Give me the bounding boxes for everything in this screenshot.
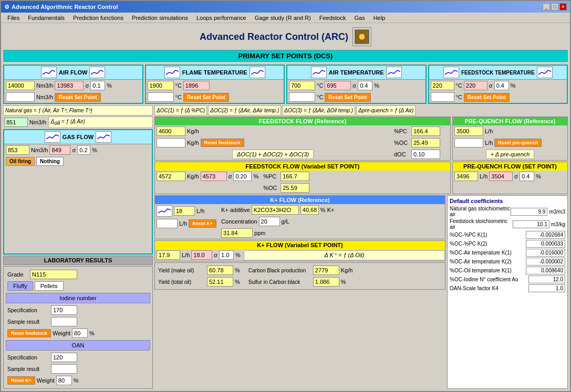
grade-input[interactable] <box>30 270 77 279</box>
kplus-additive-input[interactable] <box>252 205 299 215</box>
prequench-ref-setpoint[interactable] <box>454 126 483 136</box>
coeff-input-3[interactable] <box>526 240 565 248</box>
coeff-input-4[interactable] <box>526 249 565 257</box>
iodine-sample-input[interactable] <box>51 317 77 326</box>
oan-spec-input[interactable] <box>51 353 77 362</box>
sulfur-value[interactable] <box>313 277 339 287</box>
coeff-input-8[interactable] <box>528 284 565 292</box>
gas-flow-chart-icon[interactable] <box>45 131 60 143</box>
gas-flow-sigma[interactable] <box>77 145 90 155</box>
menu-files[interactable]: Files <box>3 14 24 22</box>
lab-reset-feedstock-btn[interactable]: Reset feedstock <box>7 329 51 337</box>
air-flow-setpoint[interactable] <box>6 81 35 90</box>
flame-temp-actual[interactable] <box>183 81 210 90</box>
minimize-button[interactable]: _ <box>543 3 550 10</box>
gas-flow-actual[interactable] <box>49 145 70 155</box>
feedstock-temp-actual[interactable] <box>464 81 487 90</box>
prequench-var-setpoint[interactable] <box>454 172 478 181</box>
feedstock-ref-secondary[interactable] <box>157 138 185 147</box>
total-oil-value[interactable] <box>207 277 233 287</box>
oil-firing-btn[interactable]: Oil firing <box>6 157 35 166</box>
iodine-spec-input[interactable] <box>51 305 77 315</box>
coeff-input-2[interactable] <box>526 231 565 239</box>
kplus-ref-setpoint[interactable] <box>174 206 195 216</box>
pc-value-input[interactable] <box>411 126 440 136</box>
nothing-btn[interactable]: Nothing <box>36 157 64 166</box>
feedstock-ref-reset-btn[interactable]: Reset feedstock <box>201 139 244 147</box>
menu-fundamentals[interactable]: Fundamentals <box>24 14 69 22</box>
air-temp-setpoint[interactable] <box>289 81 315 90</box>
feedstock-var-actual[interactable] <box>201 172 227 181</box>
feedstock-var-pc-input[interactable] <box>281 172 309 181</box>
gas-flow-setpoint[interactable] <box>6 145 29 155</box>
air-temp-sigma[interactable] <box>358 81 372 90</box>
kplus-var-setpoint[interactable] <box>157 250 180 260</box>
flame-temp-setpoint[interactable] <box>148 81 174 90</box>
coeff-input-7[interactable] <box>528 276 565 283</box>
menu-prediction-simulations[interactable]: Prediction simulations <box>128 14 192 22</box>
flame-temp-secondary[interactable] <box>148 92 174 102</box>
cb-prod-value[interactable] <box>313 266 339 275</box>
feedstock-temp-setpoint[interactable] <box>431 81 454 90</box>
air-temp-chart-icon[interactable] <box>311 67 327 78</box>
prequench-reset-btn[interactable]: Reset pre-quench <box>494 139 542 147</box>
air-temp-chart-icon2[interactable] <box>386 67 402 78</box>
coeff-input-0[interactable] <box>511 208 547 216</box>
kplus-var-sigma[interactable] <box>219 250 234 260</box>
maximize-button[interactable]: □ <box>551 3 558 10</box>
pellets-button[interactable]: Pellets <box>35 281 64 291</box>
air-temp-reset-btn[interactable]: Reset Set Point <box>325 93 370 102</box>
prequench-var-sigma[interactable] <box>520 172 534 181</box>
menu-help[interactable]: Help <box>369 14 390 22</box>
air-flow-actual[interactable] <box>55 81 84 90</box>
feedstock-var-setpoint[interactable] <box>157 172 185 181</box>
gas-value-input[interactable] <box>4 118 28 127</box>
kplus-ref-chart-icon[interactable] <box>157 205 172 217</box>
menu-gage-study[interactable]: Gage study (R and R) <box>251 14 315 22</box>
feedstock-temp-sigma[interactable] <box>494 81 509 90</box>
iodine-number-btn[interactable]: Iodine number <box>6 293 150 303</box>
feedstock-ref-setpoint[interactable] <box>157 126 185 136</box>
flame-temp-reset-btn[interactable]: Reset Set Point <box>183 93 229 102</box>
air-flow-chart-icon[interactable] <box>41 67 57 78</box>
kplus-ref-secondary[interactable] <box>157 219 178 228</box>
kplus-conc-input[interactable] <box>259 217 280 226</box>
kplus-reset-btn[interactable]: Reset K+ <box>189 219 216 228</box>
menu-prediction-functions[interactable]: Prediction functions <box>69 14 128 22</box>
feedstock-temp-secondary[interactable] <box>431 92 454 102</box>
doc-value-input[interactable] <box>411 150 440 159</box>
make-oil-value[interactable] <box>207 266 233 275</box>
kplus-ppm-value[interactable] <box>221 228 253 238</box>
feedstock-temp-reset-btn[interactable]: Reset Set Point <box>464 93 510 102</box>
prequench-var-actual[interactable] <box>489 172 513 181</box>
air-flow-reset-btn[interactable]: Reset Set Point <box>55 93 100 102</box>
oan-btn[interactable]: OAN <box>6 340 150 351</box>
gas-flow-chart-icon2[interactable] <box>96 131 111 143</box>
coeff-input-6[interactable] <box>526 267 565 274</box>
kplus-additive-pct[interactable] <box>300 205 319 215</box>
feedstock-temp-chart-icon2[interactable] <box>537 67 553 78</box>
air-temp-secondary[interactable] <box>289 92 315 102</box>
coeff-input-1[interactable] <box>513 220 549 228</box>
feedstock-var-sigma[interactable] <box>233 172 252 181</box>
iodine-weight-input[interactable] <box>72 329 88 338</box>
kplus-var-actual[interactable] <box>191 250 212 260</box>
air-flow-chart-icon2[interactable] <box>89 67 105 78</box>
oan-reset-btn[interactable]: Reset K+ <box>7 376 35 385</box>
flame-chart-icon[interactable] <box>164 67 180 78</box>
menu-loops-performance[interactable]: Loops performance <box>192 14 251 22</box>
feedstock-var-oc-input[interactable] <box>281 183 309 193</box>
menu-gas[interactable]: Gas <box>350 14 369 22</box>
oan-weight-input[interactable] <box>56 376 72 385</box>
oan-sample-input[interactable] <box>51 364 77 374</box>
air-flow-secondary[interactable] <box>6 92 35 102</box>
oc-value-input[interactable] <box>411 138 440 147</box>
air-flow-sigma[interactable] <box>90 81 105 90</box>
flame-chart-icon2[interactable] <box>250 67 265 78</box>
fluffy-button[interactable]: Fluffy <box>7 281 33 291</box>
air-temp-actual[interactable] <box>325 81 351 90</box>
coeff-input-5[interactable] <box>526 258 565 266</box>
close-button[interactable]: ✕ <box>559 3 567 10</box>
menu-feedstock[interactable]: Feedstock <box>315 14 350 22</box>
prequench-ref-secondary[interactable] <box>454 138 483 147</box>
